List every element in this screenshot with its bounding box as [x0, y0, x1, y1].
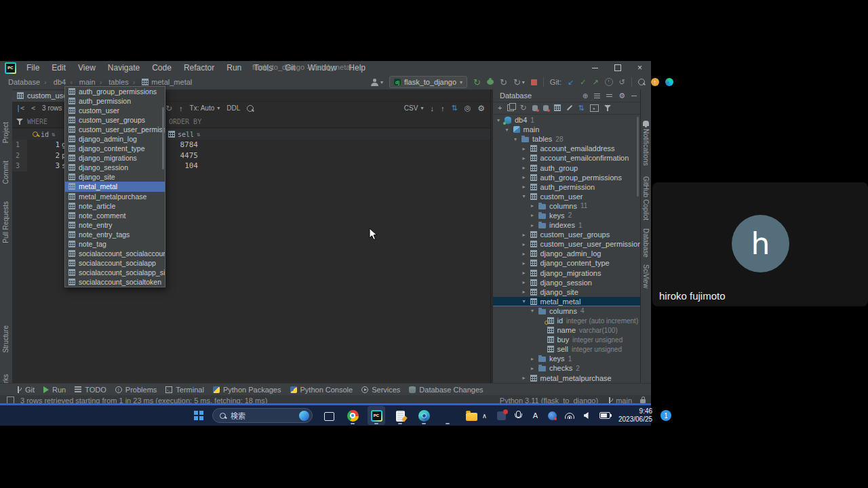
cell-id[interactable]: 1 [27, 140, 60, 150]
tool-window-button[interactable]: Terminal [165, 386, 204, 394]
tree-expand-arrow[interactable] [523, 155, 530, 161]
tray-icon[interactable] [497, 409, 506, 422]
tree-expand-arrow[interactable] [531, 308, 538, 314]
stripe-commit[interactable]: Commit [2, 161, 9, 184]
dropdown-item[interactable]: metal_metalpurchase [65, 192, 165, 201]
code-with-me-icon[interactable] [665, 78, 673, 86]
rollback-db-icon[interactable] [543, 105, 549, 111]
dropdown-item[interactable]: custom_user_user_permissions [65, 125, 165, 134]
tree-expand-arrow[interactable] [523, 375, 530, 381]
coverage-button[interactable]: ↻▾ [513, 77, 525, 87]
breadcrumb-item[interactable]: db4 [40, 78, 66, 86]
start-button-icon[interactable] [194, 411, 198, 415]
dropdown-item[interactable]: django_session [65, 163, 165, 172]
tree-row[interactable]: checks 2 [493, 363, 641, 373]
tool-window-button[interactable]: Python Console [290, 386, 353, 394]
stripe-project[interactable]: Project [2, 122, 9, 143]
dropdown-scrollbar[interactable] [162, 107, 164, 169]
dropdown-item[interactable]: socialaccount_socialtoken [65, 277, 165, 287]
diff-icon[interactable]: ⇅ [578, 104, 585, 113]
tree-row[interactable]: django_content_type [493, 258, 641, 268]
taskbar-app-button[interactable] [415, 406, 433, 425]
breadcrumb-item[interactable]: metal_metal [129, 78, 193, 86]
tray-icon[interactable] [514, 409, 523, 422]
cell-id[interactable]: 2 [27, 150, 60, 161]
tree-row[interactable]: auth_permission [493, 182, 641, 192]
dropdown-item[interactable]: auth_group_permissions [65, 87, 165, 96]
taskbar-app-button[interactable] [462, 406, 480, 425]
query-console-icon[interactable]: ▸ [590, 104, 599, 112]
tree-row[interactable]: main [493, 125, 641, 134]
tree-row[interactable]: id integer (auto increment) [493, 316, 641, 325]
notifications-bell-icon[interactable] [643, 121, 649, 126]
debug-button[interactable] [487, 79, 494, 85]
dropdown-item[interactable]: custom_user [65, 106, 165, 115]
stripe-sciview[interactable]: SciView [642, 264, 650, 288]
taskbar-clock[interactable]: 9:46 2023/06/25 [618, 407, 652, 424]
breadcrumb-item[interactable]: main [66, 78, 96, 86]
tree-row[interactable]: metal_metalpurchase [493, 373, 641, 383]
find-icon[interactable] [247, 105, 254, 112]
tree-row[interactable]: django_site [493, 287, 641, 297]
tree-expand-arrow[interactable] [523, 232, 530, 238]
tree-row[interactable]: django_session [493, 278, 641, 287]
tray-icon[interactable] [480, 409, 489, 422]
tree-row[interactable]: custom_user [493, 192, 641, 201]
tree-row[interactable]: buy integer unsigned [493, 335, 641, 344]
menu-item[interactable]: File [22, 62, 44, 73]
tree-expand-arrow[interactable] [523, 193, 530, 199]
tree-expand-arrow[interactable] [531, 203, 538, 209]
submit-db-icon[interactable] [532, 105, 538, 111]
stripe-github-copilot[interactable]: GitHub Copilot [642, 176, 650, 220]
page-size-selector[interactable]: 3 rows▾ [42, 104, 67, 112]
breadcrumb-item[interactable]: Database [8, 78, 40, 86]
dropdown-item[interactable]: note_article [65, 201, 165, 211]
tree-row[interactable]: custom_user_groups [493, 230, 641, 239]
locate-icon[interactable]: ⊕ [583, 92, 588, 100]
tree-expand-arrow[interactable] [531, 212, 538, 218]
tree-row[interactable]: auth_group_permissions [493, 173, 641, 182]
prev-page-button[interactable]: < [31, 104, 35, 112]
search-everywhere-button[interactable] [638, 79, 645, 85]
tray-icon[interactable]: A [531, 409, 540, 422]
participant-tile[interactable]: h hiroko fujimoto [652, 182, 868, 306]
menu-item[interactable]: Code [147, 62, 176, 73]
run-configuration-selector[interactable]: dj flask_to_django ▾ [389, 76, 467, 88]
tree-row[interactable]: auth_group [493, 163, 641, 172]
tree-expand-arrow[interactable] [523, 165, 530, 171]
dropdown-item[interactable]: django_migrations [65, 153, 165, 163]
submit-icon[interactable]: ↑ [179, 104, 183, 113]
tree-row[interactable]: tables 28 [493, 134, 641, 144]
cell-sell[interactable]: 8784 [166, 140, 198, 150]
tree-row[interactable]: keys 1 [493, 354, 641, 363]
cell-sell[interactable]: 104 [166, 161, 198, 171]
reload-icon[interactable]: ↻ [165, 104, 172, 113]
dropdown-item[interactable]: socialaccount_socialapp_sites [65, 268, 165, 277]
dropdown-item[interactable]: django_site [65, 172, 165, 182]
profiler-button[interactable]: ↻ [500, 77, 507, 87]
tree-expand-arrow[interactable] [523, 279, 530, 285]
import-icon[interactable]: ↑ [441, 104, 445, 113]
taskbar-search-input[interactable]: 検索 [212, 408, 313, 423]
restore-button[interactable] [606, 61, 629, 75]
column-header-sell[interactable]: sell ⇅ [168, 129, 201, 140]
tree-expand-arrow[interactable] [523, 241, 530, 247]
tree-row[interactable]: indexes 1 [493, 220, 641, 230]
tool-window-button[interactable]: Services [361, 386, 400, 394]
collapse-all-icon[interactable] [606, 94, 612, 98]
breadcrumb-item[interactable]: tables [96, 78, 129, 86]
git-commit-button[interactable]: ✓ [580, 78, 586, 87]
dropdown-item[interactable]: django_admin_log [65, 134, 165, 144]
cell-sell[interactable]: 4475 [166, 150, 198, 161]
tool-window-button[interactable]: Database Changes [409, 386, 483, 394]
menu-item[interactable]: Refactor [179, 62, 219, 73]
dropdown-item[interactable]: auth_permission [65, 96, 165, 106]
sort-icon[interactable]: ⇅ [197, 131, 200, 138]
export-format-selector[interactable]: CSV▾ [404, 104, 424, 112]
tray-icon[interactable] [548, 409, 557, 422]
expand-all-icon[interactable] [594, 94, 600, 98]
new-item-icon[interactable]: + [498, 104, 502, 112]
column-header-id[interactable]: id ⇅ [33, 129, 55, 140]
tree-expand-arrow[interactable] [523, 298, 530, 304]
git-update-button[interactable]: ↙ [568, 78, 574, 87]
